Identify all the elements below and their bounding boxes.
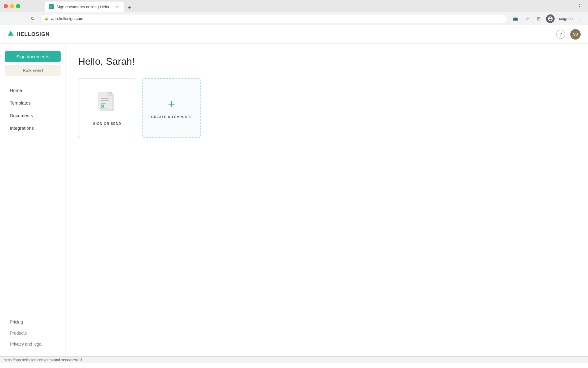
tab-bar: H Sign documents online | Hello... × + bbox=[26, 0, 575, 12]
sidebar-item-templates[interactable]: Templates bbox=[5, 97, 61, 109]
logo-text: HELLOSIGN bbox=[17, 31, 50, 37]
incognito-avatar bbox=[546, 14, 555, 23]
bookmark-icon[interactable]: ☆ bbox=[523, 14, 531, 23]
active-tab[interactable]: H Sign documents online | Hello... × bbox=[45, 2, 124, 12]
minimize-window-button[interactable] bbox=[10, 4, 14, 8]
back-button[interactable]: ← bbox=[4, 14, 12, 23]
tab-favicon: H bbox=[49, 4, 54, 9]
user-avatar[interactable]: SJ bbox=[570, 29, 581, 40]
cast-icon[interactable]: 📺 bbox=[511, 14, 520, 23]
browser-actions: 📺 ☆ ⊞ Incognito ⋮ bbox=[511, 14, 584, 23]
sidebar-item-integrations[interactable]: Integrations bbox=[5, 122, 61, 134]
browser-more-icon[interactable]: ⋮ bbox=[576, 14, 584, 23]
url-text: app.hellosign.com bbox=[51, 16, 83, 21]
sign-or-send-label: SIGN OR SEND bbox=[93, 122, 121, 125]
sidebar-item-documents[interactable]: Documents bbox=[5, 110, 61, 121]
sign-documents-button[interactable]: Sign documents bbox=[5, 51, 61, 62]
sidebar-item-home[interactable]: Home bbox=[5, 85, 61, 96]
svg-rect-4 bbox=[101, 100, 109, 101]
new-tab-button[interactable]: + bbox=[125, 3, 134, 12]
logo-icon bbox=[7, 30, 14, 38]
products-link[interactable]: Products bbox=[5, 328, 61, 338]
browser-chrome: H Sign documents online | Hello... × + ⋮… bbox=[0, 0, 588, 25]
close-window-button[interactable] bbox=[4, 4, 8, 8]
browser-menu-button[interactable]: ⋮ bbox=[577, 3, 584, 9]
sign-or-send-card[interactable]: ✕ SIGN OR SEND bbox=[78, 78, 136, 138]
address-bar: ← → ↻ 🔒 app.hellosign.com 📺 ☆ ⊞ Incognit… bbox=[0, 12, 588, 25]
ssl-lock-icon: 🔒 bbox=[44, 17, 49, 21]
create-template-label: CREATE A TEMPLATE bbox=[151, 115, 192, 119]
tab-close-button[interactable]: × bbox=[115, 4, 120, 9]
svg-rect-7 bbox=[100, 109, 108, 109]
sidebar: Sign documents Bulk send Home Templates … bbox=[0, 44, 66, 356]
url-bar[interactable]: 🔒 app.hellosign.com bbox=[40, 14, 507, 23]
reload-button[interactable]: ↻ bbox=[28, 14, 37, 23]
page-greeting: Hello, Sarah! bbox=[78, 56, 576, 67]
browser-top-bar: H Sign documents online | Hello... × + ⋮ bbox=[0, 0, 588, 12]
bulk-send-button[interactable]: Bulk send bbox=[5, 65, 61, 76]
app-container: HELLOSIGN ? SJ Sign documents Bulk send … bbox=[0, 25, 588, 356]
privacy-legal-link[interactable]: Privacy and legal bbox=[5, 339, 61, 349]
content-area: Hello, Sarah! bbox=[66, 44, 588, 356]
status-bar: https://app.hellosign.com/prep-and-send/… bbox=[0, 356, 588, 363]
help-button[interactable]: ? bbox=[556, 30, 565, 39]
maximize-window-button[interactable] bbox=[16, 4, 20, 8]
forward-button[interactable]: → bbox=[16, 14, 24, 23]
browser-profile-icon[interactable]: ⊞ bbox=[534, 14, 543, 23]
app-header: HELLOSIGN ? SJ bbox=[0, 25, 588, 44]
svg-rect-3 bbox=[101, 98, 109, 99]
sign-or-send-icon: ✕ bbox=[96, 91, 118, 117]
tab-title: Sign documents online | Hello... bbox=[56, 5, 112, 9]
logo: HELLOSIGN bbox=[7, 30, 50, 38]
pricing-link[interactable]: Pricing bbox=[5, 317, 61, 327]
svg-marker-0 bbox=[8, 31, 13, 36]
template-plus-icon: + bbox=[168, 98, 175, 110]
action-cards: ✕ SIGN OR SEND + CREATE A TEMPLATE bbox=[78, 78, 576, 138]
status-url: https://app.hellosign.com/prep-and-send/… bbox=[4, 358, 82, 362]
incognito-badge[interactable]: Incognito bbox=[546, 14, 573, 23]
create-template-card[interactable]: + CREATE A TEMPLATE bbox=[142, 78, 201, 138]
header-right: ? SJ bbox=[556, 29, 581, 40]
sidebar-footer: Pricing Products Privacy and legal bbox=[5, 317, 61, 349]
traffic-lights bbox=[4, 4, 20, 8]
main-layout: Sign documents Bulk send Home Templates … bbox=[0, 44, 588, 356]
sidebar-top: Sign documents Bulk send Home Templates … bbox=[5, 51, 61, 134]
incognito-label: Incognito bbox=[556, 16, 573, 21]
